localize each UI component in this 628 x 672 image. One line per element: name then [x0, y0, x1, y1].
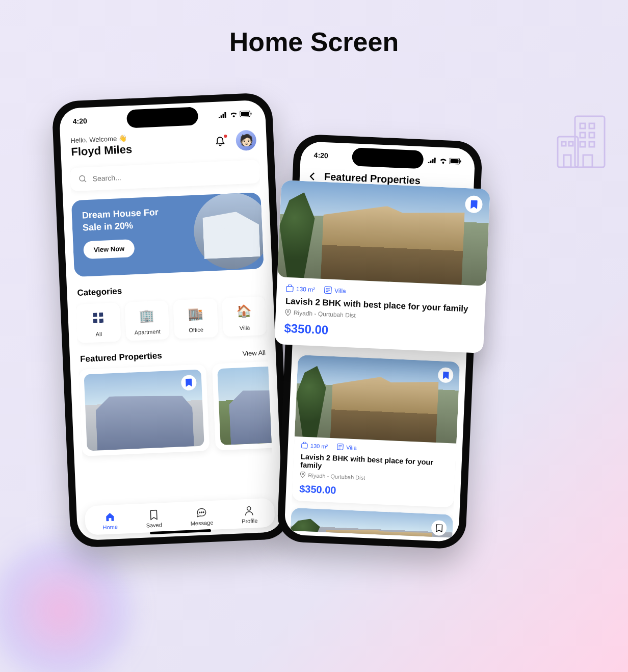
category-label: All	[79, 330, 119, 338]
battery-icon	[449, 158, 462, 165]
promo-banner[interactable]: Dream House ForSale in 20% View Now	[71, 192, 264, 277]
decorative-glow	[0, 529, 143, 672]
svg-rect-30	[286, 287, 294, 292]
signal-icon	[218, 112, 228, 118]
category-label: Apartment	[127, 328, 167, 335]
featured-card[interactable]	[212, 358, 274, 451]
wifi-icon	[439, 158, 448, 164]
nav-label: Profile	[242, 518, 258, 524]
buildings-decor-icon	[553, 112, 614, 173]
area-icon	[286, 285, 294, 293]
bookmark-icon	[185, 378, 193, 387]
property-card[interactable]	[291, 508, 454, 538]
nav-message[interactable]: Message	[190, 507, 213, 527]
svg-point-20	[199, 512, 200, 513]
signal-icon	[428, 157, 437, 164]
bottom-nav: Home Saved Message Profile	[85, 498, 275, 535]
area-icon	[301, 442, 308, 449]
svg-point-23	[247, 506, 251, 510]
home-icon	[104, 511, 115, 522]
svg-rect-27	[302, 444, 308, 448]
svg-rect-26	[460, 161, 461, 163]
featured-card[interactable]	[78, 364, 210, 456]
nav-saved[interactable]: Saved	[145, 509, 162, 528]
page-title: Home Screen	[0, 0, 628, 57]
category-villa[interactable]: 🏠 Villa	[222, 296, 267, 337]
notifications-button[interactable]	[214, 134, 229, 148]
category-office[interactable]: 🏬 Office	[173, 298, 218, 339]
villa-icon: 🏠	[236, 303, 252, 320]
search-input[interactable]	[92, 168, 251, 183]
svg-rect-14	[250, 113, 251, 115]
type-icon	[324, 286, 332, 294]
promo-image	[192, 192, 264, 271]
promo-cta-button[interactable]: View Now	[83, 239, 135, 259]
nav-label: Home	[102, 524, 118, 530]
device-notch	[126, 107, 198, 128]
device-notch	[352, 147, 424, 169]
type-icon	[337, 444, 344, 451]
grid-icon	[90, 309, 107, 326]
bookmark-icon	[442, 371, 449, 379]
svg-rect-3	[589, 123, 594, 128]
battery-icon	[240, 111, 252, 117]
svg-point-29	[302, 473, 304, 475]
location-icon	[300, 471, 306, 478]
category-label: Villa	[225, 324, 265, 331]
categories-heading: Categories	[77, 280, 263, 298]
property-price: $350.00	[284, 321, 475, 344]
avatar[interactable]: 🧑🏻	[236, 130, 257, 151]
bookmark-icon	[435, 524, 442, 532]
status-time: 4:20	[313, 151, 328, 160]
nav-label: Message	[190, 520, 213, 527]
svg-rect-13	[241, 112, 249, 116]
bookmark-icon	[149, 510, 158, 521]
nav-profile[interactable]: Profile	[241, 505, 258, 524]
username: Floyd Miles	[71, 143, 133, 159]
svg-rect-18	[93, 319, 97, 323]
svg-rect-25	[450, 159, 458, 164]
office-icon: 🏬	[187, 305, 204, 322]
svg-rect-6	[580, 142, 585, 147]
featured-heading: Featured Properties	[80, 351, 162, 365]
location-icon	[285, 309, 292, 317]
category-apartment[interactable]: 🏢 Apartment	[124, 300, 170, 341]
svg-rect-10	[583, 155, 592, 167]
wifi-icon	[229, 111, 238, 118]
property-image	[277, 180, 490, 286]
property-image	[291, 508, 454, 538]
profile-icon	[244, 505, 254, 516]
property-card[interactable]: 130 m² Villa Lavish 2 BHK with best plac…	[292, 355, 460, 508]
search-icon	[78, 174, 88, 184]
svg-rect-7	[589, 142, 594, 147]
type-badge: Villa	[337, 444, 357, 451]
svg-rect-4	[580, 133, 585, 138]
nav-label: Saved	[146, 522, 162, 528]
notification-dot	[224, 134, 227, 137]
nav-home[interactable]: Home	[102, 511, 118, 530]
property-price: $350.00	[299, 483, 448, 501]
message-icon	[196, 507, 207, 518]
svg-rect-17	[99, 313, 103, 317]
area-badge: 130 m²	[301, 442, 328, 449]
svg-point-21	[201, 512, 202, 513]
bookmark-icon	[470, 200, 478, 209]
svg-rect-19	[99, 319, 103, 323]
svg-rect-5	[589, 133, 594, 138]
svg-rect-8	[562, 142, 566, 146]
back-icon[interactable]	[308, 171, 318, 181]
svg-rect-9	[569, 142, 573, 146]
category-label: Office	[176, 326, 216, 333]
property-image	[295, 355, 460, 444]
svg-point-22	[203, 512, 204, 513]
svg-rect-16	[93, 313, 97, 317]
category-all[interactable]: All	[75, 302, 121, 343]
property-image	[217, 364, 274, 445]
svg-rect-11	[564, 155, 571, 167]
apartment-icon: 🏢	[138, 307, 155, 324]
type-badge: Villa	[324, 286, 346, 295]
search-bar[interactable]	[70, 160, 260, 191]
view-all-link[interactable]: View All	[242, 349, 266, 357]
area-badge: 130 m²	[286, 285, 316, 293]
highlighted-property-card[interactable]: 130 m² Villa Lavish 2 BHK with best plac…	[274, 180, 490, 353]
